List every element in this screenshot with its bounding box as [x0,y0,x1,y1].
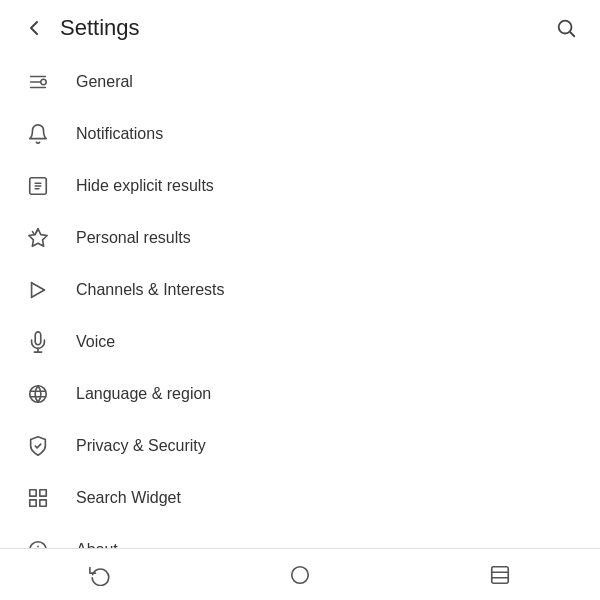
language-icon [20,383,56,405]
svg-rect-19 [30,490,36,496]
menu-label-hide-explicit: Hide explicit results [76,177,214,195]
bottom-navigation [0,548,600,600]
personal-results-icon [20,227,56,249]
menu-item-personal-results[interactable]: Personal results [0,212,600,264]
svg-point-18 [30,386,47,403]
channels-icon [20,279,56,301]
svg-line-12 [33,232,35,235]
svg-rect-22 [30,500,36,506]
menu-item-voice[interactable]: Voice [0,316,600,368]
menu-label-personal-results: Personal results [76,229,191,247]
nav-recent-button[interactable] [476,551,524,599]
menu-item-privacy-security[interactable]: Privacy & Security [0,420,600,472]
menu-label-voice: Voice [76,333,115,351]
general-icon [20,71,56,93]
hide-explicit-icon [20,175,56,197]
svg-rect-27 [492,566,509,583]
svg-line-1 [570,32,574,36]
svg-point-26 [292,566,309,583]
back-button[interactable] [16,10,52,46]
app-header: Settings [0,0,600,56]
menu-item-search-widget[interactable]: Search Widget [0,472,600,524]
privacy-icon [20,435,56,457]
svg-line-13 [32,283,45,290]
menu-item-language-region[interactable]: Language & region [0,368,600,420]
svg-line-14 [32,290,45,297]
menu-item-notifications[interactable]: Notifications [0,108,600,160]
svg-rect-20 [40,490,46,496]
svg-point-0 [559,21,572,34]
menu-label-language-region: Language & region [76,385,211,403]
svg-rect-21 [40,500,46,506]
notifications-icon [20,123,56,145]
menu-label-search-widget: Search Widget [76,489,181,507]
menu-item-general[interactable]: General [0,56,600,108]
menu-label-notifications: Notifications [76,125,163,143]
search-button[interactable] [548,10,584,46]
menu-item-hide-explicit[interactable]: Hide explicit results [0,160,600,212]
menu-label-general: General [76,73,133,91]
menu-label-privacy-security: Privacy & Security [76,437,206,455]
svg-line-11 [36,229,38,233]
menu-label-channels-interests: Channels & Interests [76,281,225,299]
svg-point-5 [41,79,47,85]
settings-menu: General Notifications Hide explicit resu… [0,56,600,576]
page-title: Settings [60,15,548,41]
svg-marker-10 [29,229,47,246]
search-widget-icon [20,487,56,509]
nav-home-button[interactable] [276,551,324,599]
menu-item-channels-interests[interactable]: Channels & Interests [0,264,600,316]
voice-icon [20,331,56,353]
nav-back-button[interactable] [76,551,124,599]
